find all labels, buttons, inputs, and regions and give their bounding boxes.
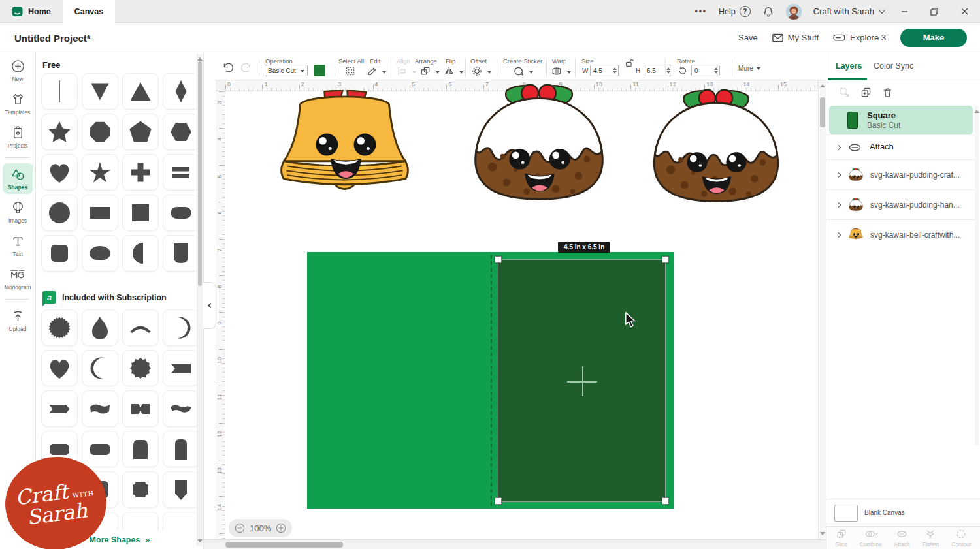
scroll-down-icon[interactable]	[820, 532, 825, 538]
shape-wave-banner[interactable]	[82, 390, 118, 427]
shape-heart[interactable]	[41, 350, 78, 386]
selection-handle-tl[interactable]	[495, 256, 502, 263]
scroll-up-icon[interactable]	[197, 55, 203, 61]
chevron-right-icon[interactable]	[836, 172, 841, 177]
kawaii-pudding-image-2[interactable]	[644, 89, 788, 207]
shape-bracket-plaque[interactable]	[122, 471, 159, 508]
layer-item[interactable]: svg-kawaii-pudding-han...	[826, 189, 975, 219]
avatar[interactable]	[786, 4, 802, 20]
sidebar-item-text[interactable]: Text	[3, 230, 33, 260]
selection-handle-bl[interactable]	[495, 497, 502, 505]
blank-canvas-row[interactable]: Blank Canvas	[826, 499, 980, 526]
scrollbar-thumb[interactable]	[820, 97, 825, 127]
align-button[interactable]	[396, 65, 408, 77]
shape-square[interactable]	[122, 195, 159, 231]
shape-pentagon[interactable]	[122, 114, 159, 150]
shape-stadium[interactable]	[163, 195, 199, 231]
kawaii-bell-image[interactable]	[271, 90, 418, 203]
create-sticker-button[interactable]	[513, 65, 525, 77]
offset-button[interactable]	[471, 65, 483, 77]
rotate-button[interactable]	[677, 65, 688, 76]
sidebar-item-new[interactable]: New	[3, 55, 33, 86]
shape-pennant-shield[interactable]	[163, 471, 199, 508]
shape-vertical-line[interactable]	[41, 73, 78, 110]
chevron-right-icon[interactable]	[836, 202, 841, 207]
tab-home[interactable]: Home	[0, 0, 63, 23]
account-menu[interactable]: Craft with Sarah	[813, 7, 883, 16]
shapes-panel-scrollbar[interactable]	[197, 54, 203, 546]
zoom-out-icon[interactable]	[235, 523, 245, 533]
zoom-in-icon[interactable]	[276, 523, 286, 533]
restore-button[interactable]	[925, 0, 943, 23]
more-shapes-link[interactable]: More Shapes »	[90, 535, 150, 544]
layer-item[interactable]: svg-kawaii-pudding-craf...	[826, 159, 975, 189]
layers-scrollbar[interactable]	[975, 106, 979, 445]
shape-teardrop[interactable]	[82, 309, 118, 346]
scroll-down-icon[interactable]	[197, 539, 203, 545]
shape-star-sharp[interactable]	[82, 154, 118, 191]
tab-canvas[interactable]: Canvas	[63, 0, 115, 23]
help-button[interactable]: Help ?	[719, 6, 751, 17]
warp-button[interactable]	[551, 65, 563, 77]
shape-round-top-tag[interactable]	[163, 431, 199, 467]
undo-button[interactable]	[221, 61, 234, 74]
selection-handle-tr[interactable]	[662, 256, 669, 263]
shape-octagon[interactable]	[82, 114, 118, 150]
sidebar-item-templates[interactable]: Templates	[3, 88, 33, 119]
my-stuff-button[interactable]: My Stuff	[772, 33, 819, 42]
scrollbar-thumb[interactable]	[198, 61, 202, 286]
sidebar-item-monogram[interactable]: Monogram	[3, 263, 33, 294]
shape-plus[interactable]	[122, 154, 159, 191]
shape-ellipse[interactable]	[82, 235, 118, 272]
kawaii-pudding-image-1[interactable]	[465, 84, 613, 205]
canvas-horizontal-scrollbar[interactable]	[204, 539, 826, 549]
shape-triangle-down[interactable]	[82, 73, 118, 110]
shape-scalloped-circle[interactable]	[122, 350, 159, 386]
shape-equals[interactable]	[163, 154, 199, 191]
shape-rounded-square[interactable]	[41, 235, 78, 272]
make-button[interactable]: Make	[900, 29, 967, 47]
shape-triangle[interactable]	[122, 73, 159, 110]
shape-semicircle[interactable]	[122, 235, 159, 272]
select-all-button[interactable]	[344, 65, 356, 77]
combine-button[interactable]: Combine	[860, 528, 882, 548]
shape-hexagon[interactable]	[163, 114, 199, 150]
sidebar-item-shapes[interactable]: Shapes	[3, 163, 33, 194]
flatten-button[interactable]: Flatten	[922, 528, 939, 548]
panel-collapse-tab[interactable]	[203, 282, 216, 329]
shape-wavy-ribbon[interactable]	[163, 390, 199, 427]
operation-select[interactable]: Basic Cut	[265, 65, 308, 76]
scrollbar-thumb[interactable]	[225, 542, 343, 548]
rotate-input[interactable]	[691, 65, 720, 76]
shape-circle[interactable]	[41, 195, 78, 231]
shape-rounded-label[interactable]	[82, 431, 118, 467]
shape-notched-flag[interactable]	[163, 350, 199, 386]
scroll-up-icon[interactable]	[974, 107, 979, 113]
shape-heart[interactable]	[41, 154, 78, 191]
shape-diamond[interactable]	[163, 73, 199, 110]
layer-item[interactable]: SquareBasic Cut	[829, 106, 973, 134]
chevron-right-icon[interactable]	[836, 232, 841, 237]
canvas-vertical-scrollbar[interactable]	[818, 80, 826, 539]
flip-button[interactable]	[443, 65, 455, 77]
shape-crescent-left[interactable]	[163, 309, 199, 346]
width-stepper[interactable]	[613, 65, 617, 76]
contour-button[interactable]: Contour	[951, 528, 971, 548]
rotate-stepper[interactable]	[714, 65, 718, 76]
tab-layers[interactable]: Layers	[836, 61, 862, 71]
tab-color-sync[interactable]: Color Sync	[874, 61, 913, 71]
notifications-bell-icon[interactable]	[762, 6, 774, 18]
redo-button[interactable]	[240, 61, 253, 74]
operation-color-swatch[interactable]	[314, 65, 325, 76]
sidebar-item-projects[interactable]: Projects	[3, 121, 33, 152]
selection-handle-br[interactable]	[662, 497, 669, 505]
sidebar-item-images[interactable]: Images	[3, 196, 33, 227]
design-canvas[interactable]: 012345678910111213141516 345678910111213…	[216, 80, 826, 539]
explore-machine-button[interactable]: Explore 3	[833, 33, 886, 42]
shape-ribbon-banner[interactable]	[41, 390, 78, 427]
height-input[interactable]	[644, 65, 672, 76]
shape-split-banner[interactable]	[122, 390, 159, 427]
shape-rectangle[interactable]	[82, 195, 118, 231]
layer-item[interactable]: Attach	[826, 134, 975, 159]
height-stepper[interactable]	[666, 65, 670, 76]
